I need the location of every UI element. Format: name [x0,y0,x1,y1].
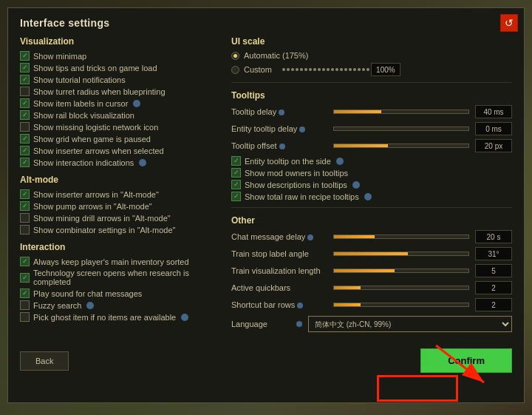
info-icon [352,181,360,189]
pick-ghost-checkbox[interactable] [20,312,30,322]
show-tutorial-checkbox[interactable] [20,75,30,84]
show-turret-label: Show turret radius when blueprinting [33,87,166,96]
list-item: Show inserter arrows in "Alt-mode" [20,189,219,199]
show-interaction-checkbox[interactable] [20,158,30,167]
active-quickbars-value: 2 [475,281,512,294]
interaction-section-title: Interaction [20,242,219,252]
separator [231,82,512,83]
pump-alt-checkbox[interactable] [20,201,30,211]
show-logistic-checkbox[interactable] [20,122,30,132]
info-icon [133,100,140,107]
show-grid-checkbox[interactable] [20,134,30,144]
train-angle-row: Train stop label angle 31° [231,247,512,260]
custom-scale-value: 100% [371,63,400,76]
show-rail-checkbox[interactable] [20,110,30,120]
language-row: Language 简体中文 (zh-CN, 99%) [231,316,512,332]
active-quickbars-slider[interactable] [333,286,469,290]
chat-delay-slider[interactable] [333,235,469,239]
visualization-section-title: Visualization [20,36,219,47]
show-grid-label: Show grid when game is paused [33,135,151,144]
show-turret-checkbox[interactable] [20,87,30,96]
show-minimap-checkbox[interactable] [20,51,30,61]
mining-alt-label: Show mining drill arrows in "Alt-mode" [33,214,171,223]
tech-screen-checkbox[interactable] [20,273,30,283]
list-item: Show combinator settings in "Alt-mode" [20,225,219,235]
info-icon [336,158,344,165]
list-item: Show item labels in cursor [20,98,219,108]
inserter-alt-checkbox[interactable] [20,189,30,199]
play-sound-checkbox[interactable] [20,289,30,298]
show-mod-owners-label: Show mod owners in tooltips [245,169,348,178]
mining-alt-checkbox[interactable] [20,213,30,223]
train-angle-label: Train stop label angle [231,249,327,258]
show-tips-checkbox[interactable] [20,63,30,72]
train-angle-slider[interactable] [333,252,469,256]
train-vis-row: Train visualization length 5 [231,264,512,277]
list-item: Technology screen opens when research is… [20,269,219,286]
show-inserter-label: Show inserter arrows when selected [33,146,164,155]
tooltip-offset-label: Tooltip offset [231,141,327,150]
separator [231,207,512,208]
active-quickbars-label: Active quickbars [231,283,327,292]
show-rail-label: Show rail block visualization [33,111,134,120]
list-item: Show tips and tricks on game load [20,63,219,72]
interface-settings-dialog: Interface settings ↺ Visualization Show … [7,7,525,403]
show-descriptions-label: Show descriptions in tooltips [245,180,347,189]
entity-tooltip-delay-row: Entity tooltip delay 0 ms [231,122,512,135]
show-descriptions-checkbox[interactable] [231,180,241,189]
list-item: Play sound for chat messages [20,289,219,298]
language-info-icon [296,321,302,327]
back-button[interactable]: Back [20,351,69,371]
entity-tooltip-side-checkbox[interactable] [231,156,241,166]
tooltip-delay-row: Tooltip delay 40 ms [231,105,512,118]
combinator-alt-checkbox[interactable] [20,225,30,235]
train-vis-value: 5 [475,264,512,277]
custom-scale-row: Custom 100% [231,63,512,76]
automatic-radio[interactable] [231,52,239,60]
custom-scale-slider[interactable] [282,68,369,71]
entity-tooltip-delay-label: Entity tooltip delay [231,124,327,133]
confirm-button[interactable]: Confirm [420,348,512,373]
language-label: Language [231,320,290,328]
info-icon [181,314,188,321]
close-button[interactable]: ↺ [500,14,518,32]
list-item: Show interaction indications [20,158,219,167]
chat-delay-value: 20 s [475,230,512,243]
list-item: Show rail block visualization [20,110,219,120]
shortcut-rows-slider[interactable] [333,303,469,307]
fuzzy-search-label: Fuzzy search [33,301,81,310]
list-item: Show total raw in recipe tooltips [231,192,512,201]
show-tips-label: Show tips and tricks on game load [33,64,157,72]
chat-delay-label: Chat message delay [231,232,327,241]
show-total-raw-checkbox[interactable] [231,192,241,201]
tooltip-offset-row: Tooltip offset 20 px [231,139,512,152]
tooltip-offset-slider[interactable] [333,144,469,148]
fuzzy-search-checkbox[interactable] [20,300,30,310]
list-item: Show inserter arrows when selected [20,146,219,155]
train-vis-label: Train visualization length [231,266,327,275]
train-vis-slider[interactable] [333,269,469,273]
language-select[interactable]: 简体中文 (zh-CN, 99%) [308,316,512,332]
entity-tooltip-delay-slider[interactable] [333,126,469,131]
show-mod-owners-checkbox[interactable] [231,168,241,178]
play-sound-label: Play sound for chat messages [33,289,142,298]
entity-tooltip-side-label: Entity tooltip on the side [245,157,331,166]
custom-radio[interactable] [231,66,239,74]
show-minimap-label: Show minimap [33,52,86,61]
show-item-labels-checkbox[interactable] [20,98,30,108]
info-icon [86,302,94,309]
active-quickbars-row: Active quickbars 2 [231,281,512,294]
tooltip-delay-slider[interactable] [333,109,469,114]
show-inserter-checkbox[interactable] [20,146,30,155]
train-angle-value: 31° [475,247,512,260]
shortcut-rows-row: Shortcut bar rows 2 [231,298,512,311]
tooltip-delay-value: 40 ms [475,105,512,118]
tooltips-title: Tooltips [231,90,512,101]
list-item: Show descriptions in tooltips [231,180,512,189]
show-total-raw-label: Show total raw in recipe tooltips [245,192,359,201]
list-item: Show tutorial notifications [20,75,219,84]
keep-inventory-label: Always keep player's main inventory sort… [33,257,189,266]
list-item: Entity tooltip on the side [231,156,512,166]
chat-delay-row: Chat message delay 20 s [231,230,512,243]
keep-inventory-checkbox[interactable] [20,257,30,266]
